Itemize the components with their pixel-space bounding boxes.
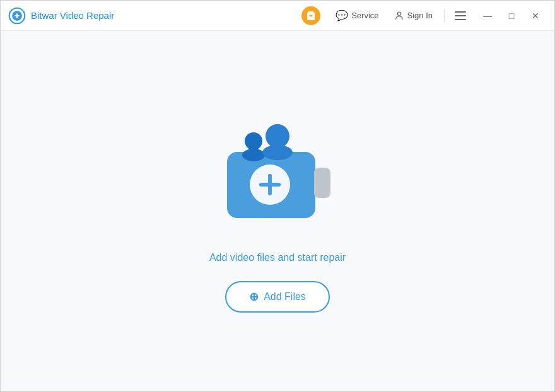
close-button[interactable]: ✕ — [524, 4, 547, 27]
svg-point-11 — [262, 145, 293, 160]
app-title: Bitwar Video Repair — [31, 10, 114, 21]
subtitle-text: Add video files and start repair — [209, 252, 346, 263]
svg-point-8 — [245, 132, 262, 150]
window-controls: — □ ✕ — [476, 4, 547, 27]
service-label: Service — [351, 11, 378, 20]
cart-icon — [301, 6, 320, 25]
signin-label: Sign In — [407, 11, 433, 20]
plus-circle-icon: ⊕ — [249, 290, 259, 304]
svg-point-2 — [397, 12, 400, 15]
title-bar-left: Bitwar Video Repair — [8, 7, 295, 25]
add-files-button[interactable]: ⊕ Add Files — [225, 281, 330, 313]
divider — [444, 9, 445, 22]
main-content: Add video files and start repair ⊕ Add F… — [1, 31, 554, 392]
svg-point-9 — [242, 149, 265, 161]
person-icon — [394, 11, 404, 21]
menu-button[interactable] — [450, 6, 471, 25]
maximize-button[interactable]: □ — [500, 4, 523, 27]
title-bar-right: 💬 Service Sign In — □ ✕ — [295, 3, 547, 28]
service-bubble-icon: 💬 — [336, 9, 348, 21]
add-files-label: Add Files — [264, 291, 306, 303]
video-repair-illustration — [214, 117, 341, 231]
svg-point-10 — [266, 124, 289, 148]
app-logo-icon — [8, 7, 26, 25]
cart-button[interactable] — [295, 3, 327, 28]
illustration-container — [208, 111, 347, 237]
minimize-button[interactable]: — — [476, 4, 499, 27]
service-button[interactable]: 💬 Service — [329, 6, 385, 25]
signin-button[interactable]: Sign In — [388, 8, 439, 24]
svg-rect-4 — [314, 168, 330, 198]
title-bar: Bitwar Video Repair 💬 Service Sign In — [1, 1, 554, 31]
